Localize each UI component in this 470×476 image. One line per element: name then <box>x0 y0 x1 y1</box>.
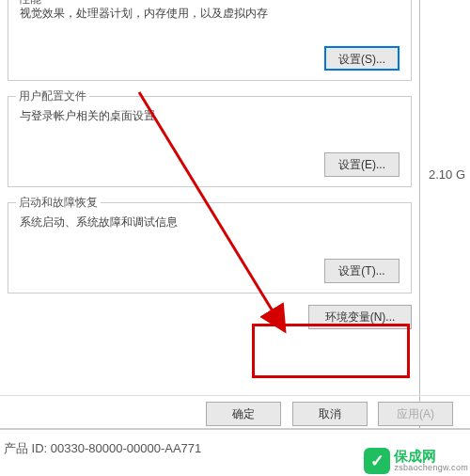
cpu-ghz-label: 2.10 G <box>429 167 465 182</box>
advanced-tab-panel: 性能 视觉效果，处理器计划，内存使用，以及虚拟内存 设置(S)... 用户配置文… <box>0 0 420 428</box>
performance-desc: 视觉效果，处理器计划，内存使用，以及虚拟内存 <box>20 6 400 22</box>
settings-user-profile-button[interactable]: 设置(E)... <box>324 152 400 177</box>
startup-recovery-desc: 系统启动、系统故障和调试信息 <box>20 214 400 230</box>
product-id-label: 产品 ID: 00330-80000-00000-AA771 <box>4 440 201 457</box>
apply-button[interactable]: 应用(A) <box>378 402 453 426</box>
ok-button[interactable]: 确定 <box>206 402 281 426</box>
section-user-profile: 用户配置文件 与登录帐户相关的桌面设置 设置(E)... <box>8 96 412 187</box>
section-title-user-profile: 用户配置文件 <box>16 88 89 104</box>
section-title-startup-recovery: 启动和故障恢复 <box>16 195 101 211</box>
right-info-panel: 2.10 G <box>421 0 470 428</box>
watermark-name: 保成网 <box>394 449 468 465</box>
settings-startup-recovery-button[interactable]: 设置(T)... <box>324 259 400 283</box>
section-startup-recovery: 启动和故障恢复 系统启动、系统故障和调试信息 设置(T)... <box>8 202 412 294</box>
settings-performance-button[interactable]: 设置(S)... <box>324 46 400 71</box>
section-performance: 性能 视觉效果，处理器计划，内存使用，以及虚拟内存 设置(S)... <box>8 0 412 81</box>
watermark-domain: zsbaochengw.com <box>394 464 468 473</box>
dialog-button-bar: 确定 取消 应用(A) <box>0 395 470 428</box>
watermark-badge-icon: ✓ <box>364 448 390 474</box>
env-vars-row: 环境变量(N)... <box>8 305 412 329</box>
user-profile-desc: 与登录帐户相关的桌面设置 <box>20 108 400 124</box>
section-title-performance: 性能 <box>16 0 44 8</box>
watermark: ✓ 保成网 zsbaochengw.com <box>364 448 468 474</box>
environment-variables-button[interactable]: 环境变量(N)... <box>308 305 412 329</box>
cancel-button[interactable]: 取消 <box>292 402 368 426</box>
